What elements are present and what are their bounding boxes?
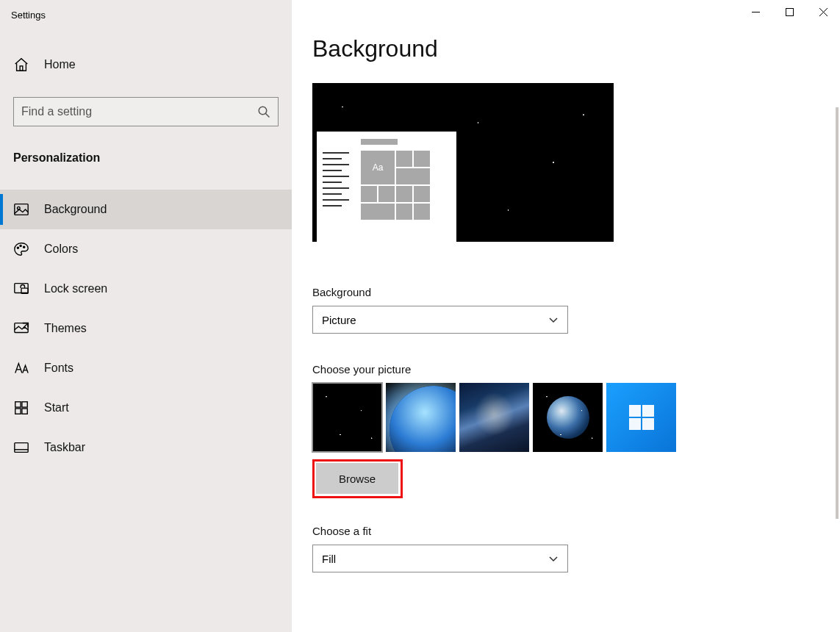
sidebar: Home Personalization Background — [0, 0, 292, 632]
fonts-icon — [13, 360, 29, 376]
sidebar-item-label: Fonts — [44, 362, 73, 375]
svg-rect-4 — [20, 66, 23, 71]
picture-icon — [13, 201, 29, 218]
desktop-preview: Aa — [312, 83, 614, 242]
sidebar-item-label: Lock screen — [44, 282, 107, 295]
sidebar-item-fonts[interactable]: Fonts — [0, 348, 292, 388]
browse-button[interactable]: Browse — [316, 463, 398, 494]
sidebar-item-label: Start — [44, 401, 69, 414]
svg-rect-19 — [15, 443, 28, 453]
sidebar-item-label: Themes — [44, 322, 87, 335]
section-title: Personalization — [0, 151, 292, 165]
svg-line-6 — [265, 113, 269, 117]
background-dropdown-label: Background — [312, 286, 840, 298]
main-content: Background Aa Backg — [292, 0, 840, 632]
svg-rect-18 — [22, 409, 27, 414]
sidebar-item-lockscreen[interactable]: Lock screen — [0, 269, 292, 309]
picture-thumb-earth-horizon[interactable] — [386, 383, 456, 452]
fit-dropdown-value: Fill — [322, 553, 336, 565]
preview-tile-aa: Aa — [361, 151, 395, 184]
window-title: Settings — [0, 10, 46, 21]
sidebar-item-taskbar[interactable]: Taskbar — [0, 428, 292, 467]
scrollbar[interactable] — [836, 107, 839, 519]
picture-thumb-windows-default[interactable] — [606, 383, 676, 452]
preview-mock-list — [323, 139, 349, 236]
svg-point-11 — [24, 246, 25, 248]
sidebar-item-colors[interactable]: Colors — [0, 229, 292, 269]
browse-highlight: Browse — [312, 459, 403, 498]
preview-mock-tiles: Aa — [361, 139, 430, 236]
home-label: Home — [44, 58, 76, 71]
sidebar-item-start[interactable]: Start — [0, 388, 292, 428]
svg-point-9 — [17, 247, 18, 248]
home-icon — [13, 57, 29, 73]
themes-icon — [13, 320, 29, 337]
preview-mock-window: Aa — [317, 132, 456, 242]
search-container — [0, 97, 292, 126]
sidebar-item-label: Taskbar — [44, 441, 85, 454]
search-box[interactable] — [13, 97, 279, 126]
picture-thumb-blue-marble[interactable] — [533, 383, 603, 452]
background-dropdown-value: Picture — [322, 314, 356, 326]
sidebar-item-label: Colors — [44, 243, 78, 256]
search-icon — [257, 105, 270, 118]
svg-rect-16 — [22, 402, 27, 407]
svg-rect-17 — [15, 409, 21, 414]
fit-dropdown-label: Choose a fit — [312, 525, 840, 537]
settings-window: Settings Home — [0, 0, 840, 632]
sidebar-item-background[interactable]: Background — [0, 190, 292, 229]
nav: Background Colors Lock screen Themes — [0, 190, 292, 467]
home-button[interactable]: Home — [0, 47, 292, 82]
page-title: Background — [312, 35, 840, 62]
chevron-down-icon — [548, 315, 559, 325]
taskbar-icon — [13, 439, 29, 456]
search-input[interactable] — [21, 105, 257, 118]
palette-icon — [13, 241, 29, 257]
start-icon — [13, 400, 29, 416]
picture-thumb-milky-way[interactable] — [459, 383, 529, 452]
fit-dropdown[interactable]: Fill — [312, 545, 568, 572]
svg-point-5 — [259, 107, 267, 115]
picture-thumb-stars[interactable] — [312, 383, 382, 452]
picture-thumbnails — [312, 383, 840, 452]
chevron-down-icon — [548, 553, 559, 564]
sidebar-item-themes[interactable]: Themes — [0, 309, 292, 348]
sidebar-item-label: Background — [44, 203, 107, 216]
lockscreen-icon — [13, 281, 29, 297]
svg-rect-15 — [15, 402, 21, 407]
svg-point-10 — [20, 245, 21, 246]
choose-picture-label: Choose your picture — [312, 363, 840, 376]
background-dropdown[interactable]: Picture — [312, 306, 568, 334]
